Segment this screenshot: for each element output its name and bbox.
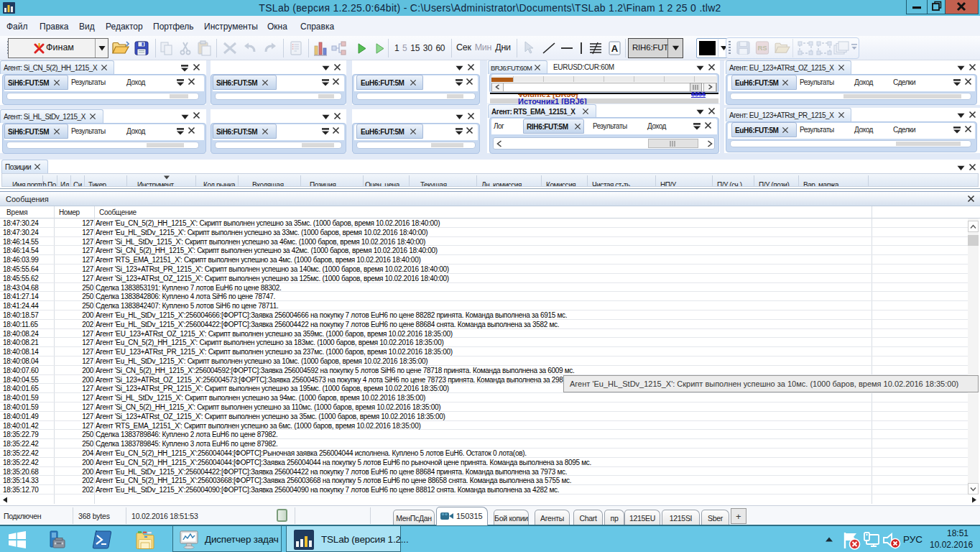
svg-text:RS: RS [757, 44, 767, 52]
svg-text:A: A [611, 43, 619, 54]
